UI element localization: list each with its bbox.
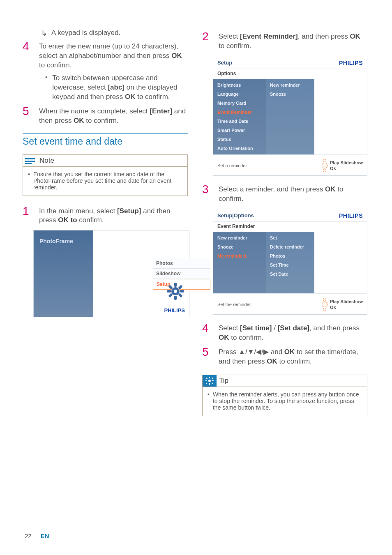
svg-rect-4 [174,283,177,287]
ss-subtitle: Options [213,69,367,79]
svg-rect-14 [209,377,210,378]
step-1: 1 In the main menu, select [Setup] and t… [23,205,188,226]
svg-rect-11 [168,293,173,298]
step-text: When the name is complete, select [Enter… [39,105,188,126]
opt-smart-power[interactable]: Smart Power [213,126,266,135]
opt-memory-card[interactable]: Memory Card [213,99,266,108]
opt-snooze[interactable]: Snooze [213,242,266,251]
menu-item-slideshow[interactable]: Slideshow [153,269,210,279]
opt-delete-reminder[interactable]: Delete reminder [266,242,314,251]
opt-new-reminder[interactable]: New reminder [266,81,314,90]
opt-language[interactable]: Language [213,90,266,99]
step-5r: 5 Press ▲/▼/◀/▶ and OK to set the time/d… [202,346,367,366]
opt-time-and-date[interactable]: Time and Date [213,117,266,126]
dpad-icon [322,298,327,311]
opt-set-time[interactable]: Set Time [266,260,314,269]
opt-brightness[interactable]: Brightness [213,81,266,90]
screenshot-event-reminder: Setup|Options PHILIPS Event Reminder New… [213,209,367,315]
step-text: Select [Event Reminder], and then press … [219,30,367,51]
section-heading: Set event time and date [23,136,188,147]
left-column: ↳ A keypad is displayed. 4 To enter the … [23,29,188,425]
page-lang: EN [41,532,49,539]
ok-label: Ok [330,305,363,310]
svg-rect-17 [212,380,214,381]
sub-text: To switch between uppercase and lowercas… [52,74,188,102]
svg-rect-16 [205,380,207,381]
gear-icon [166,282,185,302]
step-4: 4 To enter the new name (up to 24 charac… [23,40,188,70]
ss-title: Setup [217,60,232,66]
callout-header: Note [23,155,187,167]
svg-point-13 [208,380,211,382]
bullet-icon: • [28,171,30,191]
ss-title: Setup|Options [217,212,254,219]
result-text: A keypad is displayed. [51,29,120,38]
opt-set-date[interactable]: Set Date [266,269,314,279]
step-number: 3 [202,183,219,196]
svg-rect-5 [174,296,177,300]
svg-rect-8 [168,285,173,290]
step-3: 3 Select a reminder, and then press OK t… [202,183,367,204]
svg-rect-21 [206,382,208,384]
photoframe-title: PhotoFrame [34,230,93,244]
step-5: 5 When the name is complete, select [Ent… [23,105,188,126]
note-callout: Note •Ensure that you set the current ti… [23,154,188,196]
ok-label: Ok [330,166,363,171]
ss-subtitle: Event Reminder [213,221,367,232]
menu-item-photos[interactable]: Photos [153,258,210,269]
svg-point-12 [174,290,177,293]
panel-blank [314,79,367,154]
svg-rect-10 [178,285,182,290]
result-arrow-icon: ↳ [41,29,47,38]
callout-body: •Ensure that you set the current time an… [23,167,187,196]
callout-title: Tip [217,375,231,386]
opt-event-reminder[interactable]: Event Reminder [213,108,266,117]
button-hints: Play Slideshow Ok [322,159,363,172]
page-number: 22 [25,532,32,539]
svg-rect-20 [212,377,213,379]
step-4r: 4 Select [Set time] / [Set date], and th… [202,322,367,343]
tip-callout: Tip •When the reminder alerts, you can p… [202,375,367,416]
opt-new-reminder[interactable]: New reminder [213,233,266,242]
opt-my-reminder1[interactable]: My reminder1 [213,251,266,260]
brand-label: PHILIPS [339,212,363,219]
panel-blank [314,232,367,293]
opt-set[interactable]: Set [266,233,314,242]
reminder-panel: New reminder Snooze My reminder1 [213,232,266,293]
step-number: 5 [23,105,39,118]
dpad-icon [322,159,327,172]
options-panel: Brightness Language Memory Card Event Re… [213,79,266,154]
play-slideshow-label: Play Slideshow [330,160,363,165]
bullet-icon: • [208,391,210,411]
svg-rect-15 [209,383,210,385]
svg-rect-7 [180,290,184,292]
step-text: Select [Set time] / [Set date], and then… [219,322,367,343]
svg-rect-9 [178,293,182,298]
step-number: 5 [202,346,219,359]
step-text: Select a reminder, and then press OK to … [219,183,367,204]
callout-body: •When the reminder alerts, you can press… [203,387,367,416]
step-number: 4 [23,40,39,53]
right-column: 2 Select [Event Reminder], and then pres… [202,29,367,425]
brand-label: PHILIPS [339,60,363,66]
svg-rect-6 [167,290,171,292]
step-text: In the main menu, select [Setup] and the… [39,205,188,226]
step-text: Press ▲/▼/◀/▶ and OK to set the time/dat… [219,346,367,366]
opt-photos[interactable]: Photos [266,251,314,260]
tip-icon [203,375,217,387]
opt-snooze[interactable]: Snooze [266,90,314,99]
step-2: 2 Select [Event Reminder], and then pres… [202,30,367,51]
submenu-panel: New reminder Snooze [266,79,314,154]
opt-auto-orientation[interactable]: Auto Orientation [213,144,266,153]
svg-rect-2 [25,163,32,164]
brand-label: PHILIPS [164,307,185,313]
callout-title: Note [37,155,57,166]
page-footer: 22 EN [25,532,49,539]
section-rule [23,133,188,134]
screenshot-photoframe-menu: PhotoFrame Photos Slideshow Setup PHILIP… [33,230,189,317]
note-icon [23,155,37,166]
reminder-submenu: Set Delete reminder Photos Set Time Set … [266,232,314,293]
opt-status[interactable]: Status [213,135,266,144]
step-number: 1 [23,205,39,218]
hint-text: Set the reminder. [217,302,252,307]
